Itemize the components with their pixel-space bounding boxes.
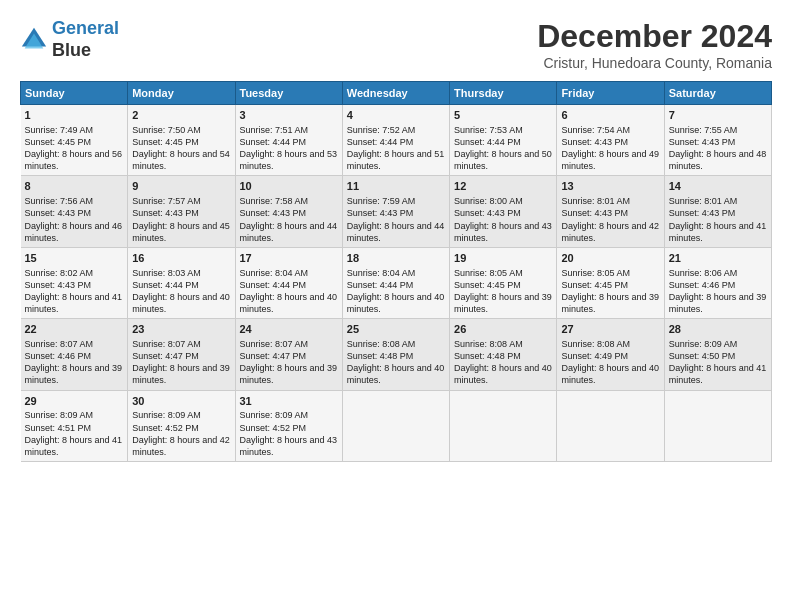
daylight: Daylight: 8 hours and 39 minutes. [132, 363, 230, 385]
day-header: Wednesday [342, 82, 449, 105]
calendar-cell: 23Sunrise: 8:07 AMSunset: 4:47 PMDayligh… [128, 319, 235, 390]
calendar-cell: 16Sunrise: 8:03 AMSunset: 4:44 PMDayligh… [128, 247, 235, 318]
sunset: Sunset: 4:45 PM [561, 280, 628, 290]
calendar-week-row: 15Sunrise: 8:02 AMSunset: 4:43 PMDayligh… [21, 247, 772, 318]
sunset: Sunset: 4:44 PM [240, 137, 307, 147]
daylight: Daylight: 8 hours and 44 minutes. [347, 221, 445, 243]
daylight: Daylight: 8 hours and 45 minutes. [132, 221, 230, 243]
daylight: Daylight: 8 hours and 48 minutes. [669, 149, 767, 171]
calendar-cell: 2Sunrise: 7:50 AMSunset: 4:45 PMDaylight… [128, 105, 235, 176]
daylight: Daylight: 8 hours and 39 minutes. [454, 292, 552, 314]
calendar-cell: 18Sunrise: 8:04 AMSunset: 4:44 PMDayligh… [342, 247, 449, 318]
day-number: 21 [669, 251, 767, 266]
day-number: 8 [25, 179, 124, 194]
sunset: Sunset: 4:51 PM [25, 423, 92, 433]
day-number: 25 [347, 322, 445, 337]
daylight: Daylight: 8 hours and 41 minutes. [669, 221, 767, 243]
day-number: 4 [347, 108, 445, 123]
sunset: Sunset: 4:45 PM [454, 280, 521, 290]
calendar-cell [450, 390, 557, 461]
sunrise: Sunrise: 8:00 AM [454, 196, 523, 206]
daylight: Daylight: 8 hours and 44 minutes. [240, 221, 338, 243]
day-header: Friday [557, 82, 664, 105]
calendar-cell: 14Sunrise: 8:01 AMSunset: 4:43 PMDayligh… [664, 176, 771, 247]
day-number: 2 [132, 108, 230, 123]
logo-line2: Blue [52, 40, 119, 62]
calendar-cell: 4Sunrise: 7:52 AMSunset: 4:44 PMDaylight… [342, 105, 449, 176]
calendar-week-row: 1Sunrise: 7:49 AMSunset: 4:45 PMDaylight… [21, 105, 772, 176]
calendar-cell: 11Sunrise: 7:59 AMSunset: 4:43 PMDayligh… [342, 176, 449, 247]
sunrise: Sunrise: 8:08 AM [454, 339, 523, 349]
day-number: 9 [132, 179, 230, 194]
day-number: 28 [669, 322, 767, 337]
sunset: Sunset: 4:43 PM [561, 208, 628, 218]
sunrise: Sunrise: 8:07 AM [240, 339, 309, 349]
calendar-cell: 12Sunrise: 8:00 AMSunset: 4:43 PMDayligh… [450, 176, 557, 247]
daylight: Daylight: 8 hours and 41 minutes. [25, 435, 123, 457]
logo: General Blue [20, 18, 119, 61]
calendar-cell: 29Sunrise: 8:09 AMSunset: 4:51 PMDayligh… [21, 390, 128, 461]
logo-text: General Blue [52, 18, 119, 61]
calendar-cell: 10Sunrise: 7:58 AMSunset: 4:43 PMDayligh… [235, 176, 342, 247]
calendar-table: SundayMondayTuesdayWednesdayThursdayFrid… [20, 81, 772, 462]
calendar-cell: 30Sunrise: 8:09 AMSunset: 4:52 PMDayligh… [128, 390, 235, 461]
header: General Blue December 2024 Cristur, Hune… [20, 18, 772, 71]
calendar-cell [557, 390, 664, 461]
day-number: 5 [454, 108, 552, 123]
calendar-cell: 22Sunrise: 8:07 AMSunset: 4:46 PMDayligh… [21, 319, 128, 390]
sunrise: Sunrise: 8:07 AM [25, 339, 94, 349]
daylight: Daylight: 8 hours and 39 minutes. [561, 292, 659, 314]
sunrise: Sunrise: 8:06 AM [669, 268, 738, 278]
calendar-week-row: 8Sunrise: 7:56 AMSunset: 4:43 PMDaylight… [21, 176, 772, 247]
sunrise: Sunrise: 8:04 AM [240, 268, 309, 278]
sunrise: Sunrise: 7:51 AM [240, 125, 309, 135]
calendar-cell: 6Sunrise: 7:54 AMSunset: 4:43 PMDaylight… [557, 105, 664, 176]
sunset: Sunset: 4:52 PM [240, 423, 307, 433]
daylight: Daylight: 8 hours and 39 minutes. [25, 363, 123, 385]
daylight: Daylight: 8 hours and 40 minutes. [240, 292, 338, 314]
calendar-cell: 3Sunrise: 7:51 AMSunset: 4:44 PMDaylight… [235, 105, 342, 176]
day-number: 10 [240, 179, 338, 194]
calendar-cell: 1Sunrise: 7:49 AMSunset: 4:45 PMDaylight… [21, 105, 128, 176]
calendar-cell: 17Sunrise: 8:04 AMSunset: 4:44 PMDayligh… [235, 247, 342, 318]
day-header: Sunday [21, 82, 128, 105]
daylight: Daylight: 8 hours and 40 minutes. [132, 292, 230, 314]
daylight: Daylight: 8 hours and 53 minutes. [240, 149, 338, 171]
day-header: Saturday [664, 82, 771, 105]
sunset: Sunset: 4:45 PM [25, 137, 92, 147]
day-number: 3 [240, 108, 338, 123]
sunrise: Sunrise: 7:58 AM [240, 196, 309, 206]
page: General Blue December 2024 Cristur, Hune… [0, 0, 792, 612]
day-header: Thursday [450, 82, 557, 105]
sunrise: Sunrise: 8:09 AM [132, 410, 201, 420]
sunrise: Sunrise: 8:07 AM [132, 339, 201, 349]
day-number: 30 [132, 394, 230, 409]
sunrise: Sunrise: 7:49 AM [25, 125, 94, 135]
daylight: Daylight: 8 hours and 42 minutes. [561, 221, 659, 243]
calendar-cell [664, 390, 771, 461]
calendar-cell: 19Sunrise: 8:05 AMSunset: 4:45 PMDayligh… [450, 247, 557, 318]
day-number: 23 [132, 322, 230, 337]
sunrise: Sunrise: 8:03 AM [132, 268, 201, 278]
sunset: Sunset: 4:44 PM [347, 137, 414, 147]
sunrise: Sunrise: 8:05 AM [454, 268, 523, 278]
sunset: Sunset: 4:43 PM [669, 137, 736, 147]
daylight: Daylight: 8 hours and 40 minutes. [347, 292, 445, 314]
daylight: Daylight: 8 hours and 46 minutes. [25, 221, 123, 243]
calendar-cell: 27Sunrise: 8:08 AMSunset: 4:49 PMDayligh… [557, 319, 664, 390]
calendar-week-row: 22Sunrise: 8:07 AMSunset: 4:46 PMDayligh… [21, 319, 772, 390]
sunset: Sunset: 4:46 PM [25, 351, 92, 361]
day-number: 17 [240, 251, 338, 266]
calendar-cell: 28Sunrise: 8:09 AMSunset: 4:50 PMDayligh… [664, 319, 771, 390]
day-number: 11 [347, 179, 445, 194]
sunset: Sunset: 4:52 PM [132, 423, 199, 433]
sunset: Sunset: 4:43 PM [25, 280, 92, 290]
daylight: Daylight: 8 hours and 40 minutes. [561, 363, 659, 385]
calendar-cell: 5Sunrise: 7:53 AMSunset: 4:44 PMDaylight… [450, 105, 557, 176]
day-header: Monday [128, 82, 235, 105]
day-number: 1 [25, 108, 124, 123]
day-number: 20 [561, 251, 659, 266]
calendar-cell: 26Sunrise: 8:08 AMSunset: 4:48 PMDayligh… [450, 319, 557, 390]
sunrise: Sunrise: 8:08 AM [347, 339, 416, 349]
day-number: 18 [347, 251, 445, 266]
